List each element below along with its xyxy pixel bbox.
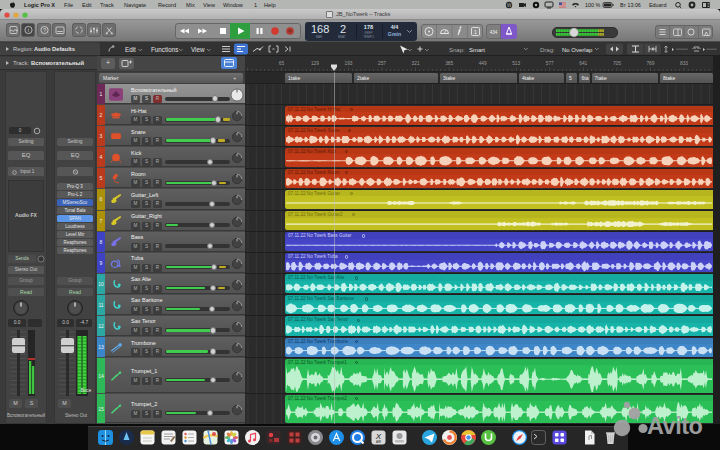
- svg-text:View: View: [191, 46, 205, 53]
- svg-text:AIR: AIR: [376, 440, 382, 444]
- svg-text:Edit: Edit: [125, 46, 136, 53]
- svg-text:Functions: Functions: [151, 46, 178, 53]
- svg-text:65: 65: [279, 61, 285, 66]
- svg-text:?: ?: [43, 27, 47, 33]
- svg-text:i: i: [28, 27, 29, 33]
- svg-text:Avito: Avito: [647, 413, 703, 438]
